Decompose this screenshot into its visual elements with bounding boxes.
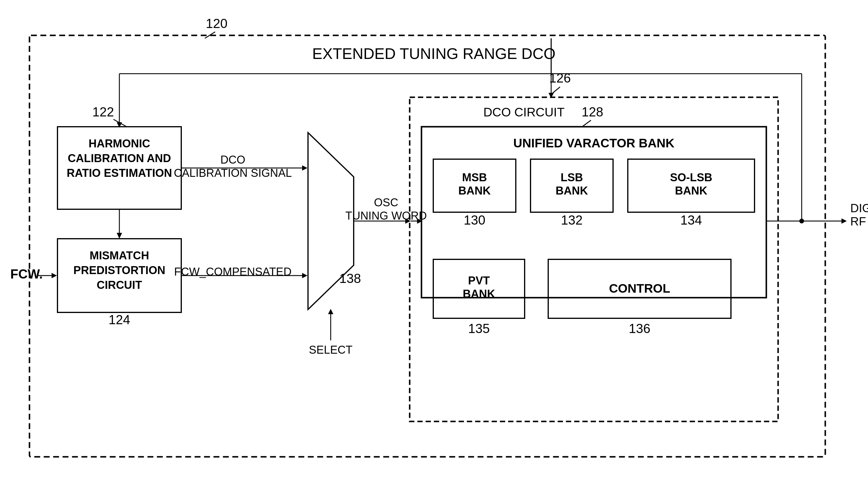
msb-bank-label-2: BANK <box>458 184 491 197</box>
so-lsb-bank-label-2: BANK <box>675 184 707 197</box>
harmonic-label-2: CALIBRATION AND <box>68 152 171 165</box>
harmonic-label-1: HARMONIC <box>89 137 150 150</box>
pvt-bank-label-1: PVT <box>468 275 490 287</box>
ref122-label: 122 <box>92 105 114 119</box>
ref134-label: 134 <box>680 213 702 227</box>
select-arrowhead <box>328 309 334 314</box>
pvt-bank-label-2: BANK <box>463 288 495 300</box>
harmonic-to-mismatch-arrowhead <box>117 233 122 239</box>
dco-cal-signal-label-2: CALIBRATION SIGNAL <box>174 167 292 179</box>
control-label: CONTROL <box>609 282 670 295</box>
mismatch-label-2: PREDISTORTION <box>74 264 165 277</box>
ref135-label: 135 <box>468 321 490 336</box>
rf-out-arrowhead <box>841 219 847 224</box>
osc-tuning-word-label-1: OSC <box>374 196 398 209</box>
fcw-label: FCW. <box>10 267 43 281</box>
digital-rf-out-label-2: RF OUT <box>850 215 868 228</box>
ref120-label: 120 <box>206 16 227 31</box>
digital-rf-out-label-1: DIGITAL <box>850 202 868 214</box>
select-label: SELECT <box>309 344 352 356</box>
dco-cal-signal-label-1: DCO <box>221 153 245 166</box>
harmonic-label-3: RATIO ESTIMATION <box>67 167 172 179</box>
msb-bank-label-1: MSB <box>462 171 487 183</box>
title-label: EXTENDED TUNING RANGE DCO <box>312 45 555 62</box>
mismatch-label-1: MISMATCH <box>90 249 149 262</box>
mismatch-out-arrowhead <box>302 273 308 278</box>
ref124-label: 124 <box>109 312 130 327</box>
ref138-label: 138 <box>339 271 361 286</box>
ref128-arrow <box>582 120 591 127</box>
fcw-compensated-label: FCW_COMPENSATED <box>174 265 291 278</box>
mismatch-label-3: CIRCUIT <box>97 279 142 291</box>
unified-varactor-bank-label: UNIFIED VARACTOR BANK <box>514 136 675 150</box>
dco-circuit-label: DCO CIRCUIT <box>483 105 565 119</box>
ref136-label: 136 <box>629 321 650 336</box>
lsb-bank-label-1: LSB <box>560 171 583 183</box>
ref126-label: 126 <box>549 71 571 85</box>
so-lsb-bank-label-1: SO-LSB <box>670 171 713 183</box>
lsb-bank-label-2: BANK <box>556 184 588 197</box>
fcw-arrowhead <box>52 273 57 278</box>
ref130-label: 130 <box>464 213 485 227</box>
harmonic-out-arrowhead <box>302 165 308 171</box>
outer-dco-box <box>29 35 825 457</box>
ref128-label: 128 <box>581 105 603 119</box>
ref132-label: 132 <box>561 213 582 227</box>
diagram-container: EXTENDED TUNING RANGE DCO 120 122 HARMON… <box>0 0 868 491</box>
osc-tuning-word-label-2: TUNING WORD <box>345 209 427 222</box>
